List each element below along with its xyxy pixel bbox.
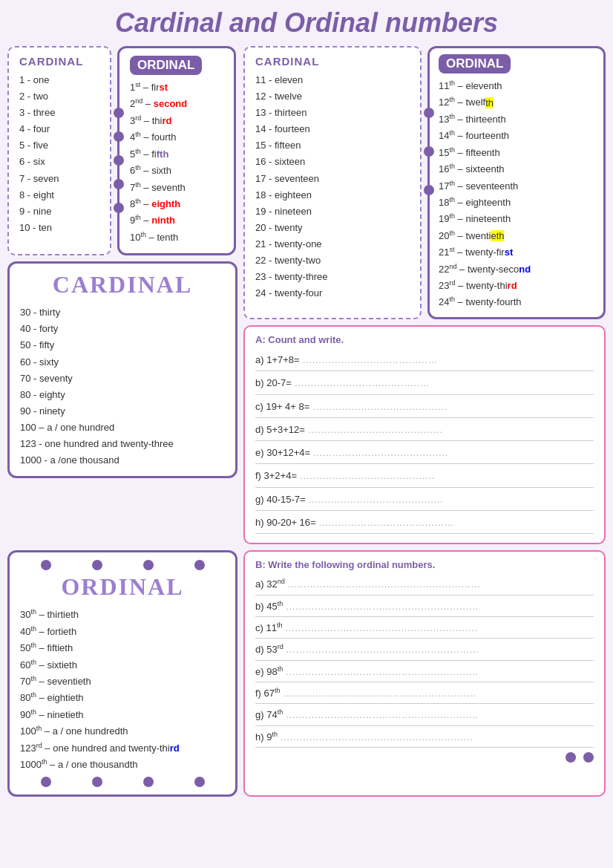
ordinal-big-list: 30th – thirtieth 40th – fortieth 50th – … (20, 607, 225, 773)
cardinal-big-header: CARDINAL (20, 271, 225, 298)
ordinal-1-10-box: ORDINAL 1st – first 2nd – second 3rd – t… (117, 46, 236, 255)
cardinal-11-24-header: CARDINAL (255, 55, 410, 68)
exercise-b-list: a) 32nd …………………………………………………… b) 45th ………… (255, 575, 594, 748)
exercise-a-box: A: Count and write. a) 1+7+8= …………………………… (243, 325, 606, 544)
cardinal-1-10-box: CARDINAL 1 - one 2 - two 3 - three 4 - f… (7, 46, 111, 255)
exercise-b-box: B: Write the following ordinal numbers. … (243, 550, 606, 796)
exercise-b-title: B: Write the following ordinal numbers. (255, 559, 594, 570)
ordinal-11-24-box: ORDINAL 11th – eleventh 12th – twelfth 1… (427, 46, 606, 319)
exercise-a-title: A: Count and write. (255, 334, 594, 345)
page-title: Cardinal and Ordinal numbers (7, 7, 606, 39)
ordinal-11-24-list: 11th – eleventh 12th – twelfth 13th – th… (439, 78, 594, 311)
exercise-a-list: a) 1+7+8= …………………………………… b) 20-7= ………………… (255, 350, 594, 534)
cardinal-1-10-header: CARDINAL (19, 55, 99, 68)
cardinal-11-24-box: CARDINAL 11 - eleven 12 - twelve 13 - th… (243, 46, 422, 319)
cardinal-1-10-list: 1 - one 2 - two 3 - three 4 - four 5 - f… (19, 72, 99, 236)
ordinal-11-24-header: ORDINAL (439, 54, 511, 74)
ordinal-1-10-list: 1st – first 2nd – second 3rd – third 4th… (130, 79, 223, 246)
cardinal-big-box: CARDINAL 30 - thirty 40 - forty 50 - fif… (7, 261, 237, 478)
ordinal-1-10-header: ORDINAL (130, 56, 202, 75)
ordinal-big-header: ORDINAL (20, 573, 225, 601)
cardinal-11-24-list: 11 - eleven 12 - twelve 13 - thirteen 14… (255, 72, 410, 301)
ordinal-big-box: ORDINAL 30th – thirtieth 40th – fortieth… (7, 550, 237, 796)
cardinal-big-list: 30 - thirty 40 - forty 50 - fifty 60 - s… (20, 304, 225, 469)
